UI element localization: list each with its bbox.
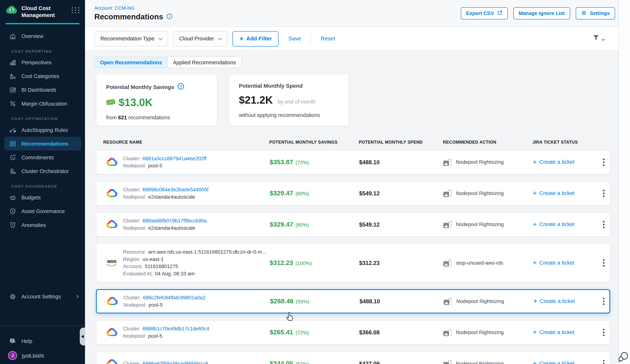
resource-line: Account:511616801275: [123, 264, 266, 269]
resource-line: Cluster:688add6fb019b17f9bccb95a: [123, 218, 207, 224]
table-row[interactable]: Cluster:6886e92f59a48cad86b5b1c6 $244.05…: [96, 351, 610, 364]
filter-panel-toggle[interactable]: [593, 35, 605, 42]
tab-applied-recommendations[interactable]: Applied Recommendations: [168, 57, 241, 68]
sidebar-item-margin-obfuscation[interactable]: Margin Obfuscation: [0, 97, 85, 110]
recommended-action: stop-unused-aws-rds: [444, 259, 533, 266]
kebab-menu[interactable]: [601, 257, 606, 268]
kebab-menu[interactable]: [601, 327, 606, 338]
export-csv-button[interactable]: Export CSV: [461, 7, 508, 19]
create-ticket-link[interactable]: +Create a ticket: [533, 329, 574, 336]
resource-link[interactable]: 6881a3ccc887941a4ee202ff: [142, 156, 206, 161]
breadcrumb[interactable]: Account: CCM-NG: [94, 5, 135, 11]
resource-lines: Cluster:6881a3ccc887941a4ee202ffNodepool…: [123, 156, 206, 169]
spend-value: $549.12: [359, 190, 443, 196]
kebab-menu[interactable]: [601, 358, 606, 364]
add-filter-button[interactable]: + Add Filter: [232, 31, 278, 46]
table-row[interactable]: Cluster:688c2fefc84fbdc99801a0a2Nodepool…: [96, 289, 610, 314]
chevron-down-icon: [218, 36, 222, 42]
resource-value: pool-5: [148, 333, 162, 339]
create-ticket-link[interactable]: +Create a ticket: [533, 298, 575, 305]
section-cost-optimization: COST OPTIMIZATION: [0, 110, 85, 123]
sidebar-item-perspectives[interactable]: Perspectives: [0, 55, 85, 69]
col-potential-monthly-savings: POTENTIAL MONTHLY SAVINGS: [269, 140, 359, 145]
resource-line: Cluster:6881a3ccc887941a4ee202ff: [123, 156, 206, 161]
settings-button[interactable]: Settings: [576, 7, 615, 19]
table-row[interactable]: Cluster:68898c064e3e2ba0e544005fNodepool…: [96, 181, 610, 205]
reset-filter-link[interactable]: Reset: [321, 36, 335, 42]
sidebar-item-cost-categories[interactable]: Cost Categories: [0, 69, 85, 83]
sidebar-item-commitments[interactable]: Commitments: [0, 150, 85, 164]
row-menu-cell: [598, 358, 610, 364]
svg-text:?: ?: [11, 339, 13, 342]
tab-open-recommendations[interactable]: Open Recommendations: [95, 57, 168, 68]
sidebar-item-budgets[interactable]: $ Budgets: [0, 190, 85, 204]
module-grid-icon[interactable]: [72, 7, 80, 13]
save-filter-link[interactable]: Save: [288, 36, 301, 42]
resource-link[interactable]: 68898c064e3e2ba0e544005f: [142, 187, 208, 192]
sidebar-item-help[interactable]: ? Help: [0, 334, 85, 348]
kebab-menu[interactable]: [601, 219, 606, 230]
sidebar-collapse-handle[interactable]: [80, 328, 85, 345]
manage-ignore-list-button[interactable]: Manage Ignore List: [513, 7, 570, 19]
sidebar-item-autostopping[interactable]: AutoStopping Rules: [0, 123, 85, 137]
savings-cell: $268.46(55%): [270, 298, 360, 305]
create-ticket-link[interactable]: +Create a ticket: [533, 190, 574, 197]
user-profile[interactable]: J jyoti.bisht: [0, 348, 85, 364]
action-label: Nodepool Rightsizing: [456, 222, 504, 227]
savings-value: $268.46: [270, 298, 294, 305]
sidebar-item-label: Cluster Orchestrator: [22, 168, 69, 174]
kebab-menu[interactable]: [601, 188, 606, 199]
table-row[interactable]: Cluster:6888b1c70e49db17c1de60c4Nodepool…: [96, 320, 610, 345]
recommended-action: Nodepool Rightsizing: [444, 221, 533, 228]
resource-line-label: Evaluated At:: [123, 271, 153, 277]
resource-link[interactable]: 688add6fb019b17f9bccb95a: [142, 218, 207, 224]
sidebar-item-account-settings[interactable]: Account Settings: [0, 290, 85, 303]
create-ticket-link[interactable]: +Create a ticket: [533, 259, 574, 266]
resource-link[interactable]: 688c2fefc84fbdc99801a0a2: [143, 295, 206, 301]
resource-line-label: Resource:: [123, 249, 146, 255]
resource-lines: Resource:arn:aws:rds:us-east-1:511616801…: [123, 249, 266, 277]
sidebar-item-overview[interactable]: Overview: [0, 29, 85, 43]
table-row[interactable]: Cluster:6881a3ccc887941a4ee202ffNodepool…: [96, 150, 610, 174]
resource-lines: Cluster:6888b1c70e49db17c1de60c4Nodepool…: [123, 326, 209, 339]
app-logo-row: $ Cloud Cost Management: [0, 0, 85, 22]
sidebar-item-recommendations[interactable]: Recommendations: [4, 137, 81, 150]
sidebar-item-label: Account Settings: [22, 293, 61, 300]
action-label: Nodepool Rightsizing: [456, 159, 504, 165]
create-ticket-link[interactable]: +Create a ticket: [533, 159, 574, 166]
create-ticket-link[interactable]: +Create a ticket: [533, 360, 574, 364]
table-row[interactable]: aws Resource:arn:aws:rds:us-east-1:51161…: [96, 243, 610, 282]
chat-bubbles-icon[interactable]: [618, 351, 629, 364]
sidebar-item-asset-governance[interactable]: $ Asset Governance: [0, 204, 85, 218]
info-icon[interactable]: [166, 13, 172, 21]
resource-value: pool-5: [148, 163, 162, 169]
resource-value: us-east-1: [142, 256, 164, 262]
kebab-menu[interactable]: [601, 296, 606, 307]
table-row[interactable]: Cluster:688add6fb019b17f9bccb95aNodepool…: [96, 212, 610, 237]
savings-cell: $329.47(60%): [270, 221, 359, 228]
recommended-action: Nodepool Rightsizing: [444, 159, 533, 166]
resource-link[interactable]: 6888b1c70e49db17c1de60c4: [142, 326, 209, 332]
sidebar-item-cluster-orchestrator[interactable]: Cluster Orchestrator: [0, 164, 85, 178]
sidebar-item-anomalies[interactable]: Anomalies: [0, 218, 85, 232]
savings-percent: (55%): [296, 299, 310, 305]
jira-cell: +Create a ticket: [533, 159, 598, 166]
plus-icon: +: [533, 221, 537, 228]
resource-link[interactable]: 6886e92f59a48cad86b5b1c6: [142, 361, 208, 364]
savings-percent: (72%): [296, 160, 309, 165]
sidebar-item-bi-dashboards[interactable]: BI Dashboards: [0, 83, 85, 97]
rightsizing-icon: [444, 259, 452, 266]
svg-text:?: ?: [180, 84, 182, 88]
create-ticket-link[interactable]: +Create a ticket: [533, 221, 574, 228]
recommendation-type-dropdown[interactable]: Recommendation Type: [94, 31, 168, 46]
question-circle-icon[interactable]: ?: [178, 83, 184, 91]
sidebar: $ Cloud Cost Management Overview COST RE…: [0, 0, 85, 364]
dashboard-icon: [9, 86, 16, 93]
shield-dollar-icon: $: [9, 207, 16, 215]
sidebar-nav: Overview COST REPORTING Perspectives Cos…: [0, 24, 85, 232]
sidebar-item-label: Anomalies: [22, 222, 46, 228]
savings-card-title: Potential Monthly Savings: [106, 84, 174, 90]
kebab-menu[interactable]: [601, 157, 606, 168]
cloud-provider-dropdown[interactable]: Cloud Provider: [173, 31, 228, 46]
savings-cell: $265.41(72%): [270, 329, 359, 336]
